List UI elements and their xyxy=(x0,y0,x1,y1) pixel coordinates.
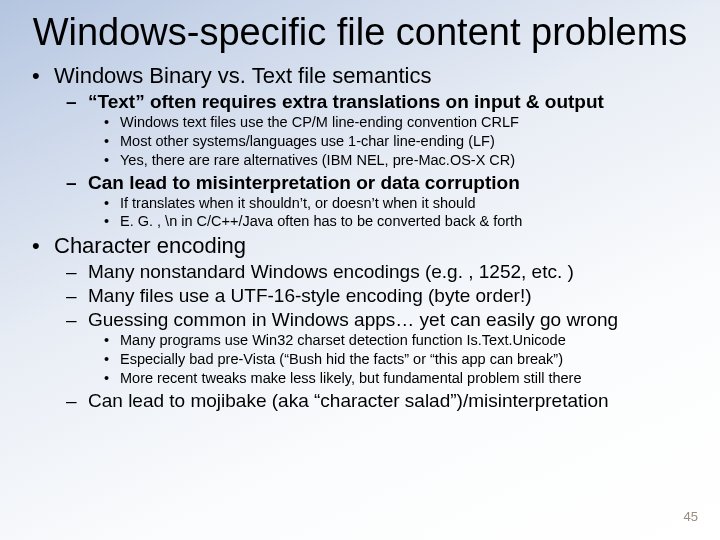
list-item: Character encoding Many nonstandard Wind… xyxy=(24,233,696,412)
list-item: E. G. , \n in C/C++/Java often has to be… xyxy=(88,212,696,231)
list-item: Many programs use Win32 charset detectio… xyxy=(88,331,696,350)
list-item: Most other systems/languages use 1-char … xyxy=(88,132,696,151)
list-item: Many nonstandard Windows encodings (e.g.… xyxy=(54,261,696,283)
list-item: More recent tweaks make less likely, but… xyxy=(88,369,696,388)
bullet-text: E. G. , \n in C/C++/Java often has to be… xyxy=(120,213,522,229)
list-item: Windows Binary vs. Text file semantics “… xyxy=(24,63,696,231)
bullet-list: Windows Binary vs. Text file semantics “… xyxy=(24,63,696,412)
bullet-text: Yes, there are rare alternatives (IBM NE… xyxy=(120,152,515,168)
list-item: Windows text files use the CP/M line-end… xyxy=(88,113,696,132)
list-item: Yes, there are rare alternatives (IBM NE… xyxy=(88,151,696,170)
list-item: Can lead to misinterpretation or data co… xyxy=(54,172,696,232)
bullet-text: Windows Binary vs. Text file semantics xyxy=(54,63,431,88)
list-item: Can lead to mojibake (aka “character sal… xyxy=(54,390,696,412)
bullet-text: Character encoding xyxy=(54,233,246,258)
bullet-text: Guessing common in Windows apps… yet can… xyxy=(88,309,618,330)
bullet-text: Many nonstandard Windows encodings (e.g.… xyxy=(88,261,574,282)
list-item: Guessing common in Windows apps… yet can… xyxy=(54,309,696,388)
slide-title: Windows-specific file content problems xyxy=(24,12,696,53)
slide: Windows-specific file content problems W… xyxy=(0,0,720,540)
list-item: If translates when it shouldn’t, or does… xyxy=(88,194,696,213)
list-item: Especially bad pre-Vista (“Bush hid the … xyxy=(88,350,696,369)
bullet-text: Especially bad pre-Vista (“Bush hid the … xyxy=(120,351,563,367)
bullet-text: Many programs use Win32 charset detectio… xyxy=(120,332,566,348)
bullet-text: Many files use a UTF-16-style encoding (… xyxy=(88,285,532,306)
page-number: 45 xyxy=(684,509,698,524)
bullet-text: Can lead to mojibake (aka “character sal… xyxy=(88,390,609,411)
bullet-text: Windows text files use the CP/M line-end… xyxy=(120,114,519,130)
bullet-text: If translates when it shouldn’t, or does… xyxy=(120,195,475,211)
bullet-text: Can lead to misinterpretation or data co… xyxy=(88,172,520,193)
list-item: Many files use a UTF-16-style encoding (… xyxy=(54,285,696,307)
bullet-text: More recent tweaks make less likely, but… xyxy=(120,370,582,386)
bullet-text: “Text” often requires extra translations… xyxy=(88,91,604,112)
list-item: “Text” often requires extra translations… xyxy=(54,91,696,170)
bullet-text: Most other systems/languages use 1-char … xyxy=(120,133,495,149)
